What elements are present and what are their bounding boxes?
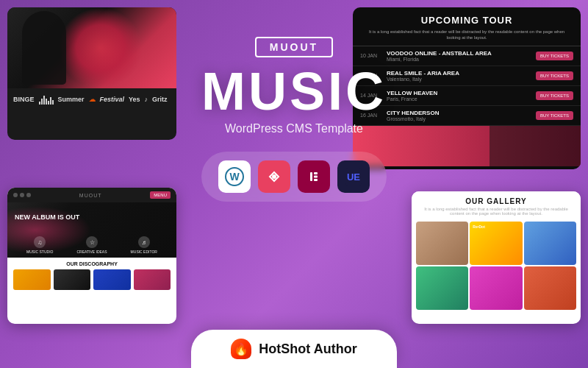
main-title: MUSIC — [201, 65, 387, 118]
gallery-cell-6 — [524, 266, 576, 310]
plugins-row: W UE — [201, 152, 387, 202]
wp-hero-text: NEW ALBUM IS OUT — [15, 213, 79, 221]
buy-tickets-btn-4[interactable]: BUY TICKETS — [536, 111, 573, 120]
tour-location: Miami, Florida — [387, 57, 536, 62]
star-icon: ☆ — [86, 236, 98, 248]
gallery-cell-4 — [416, 266, 468, 310]
gallery-title: OUR GALLERY — [419, 197, 573, 205]
tour-info: VOODOO ONLINE - ANSTBALL AREA Miami, Flo… — [381, 50, 536, 62]
tour-row: 14 JAN YELLOW HEAVEN Paris, France BUY T… — [353, 86, 581, 106]
wp-nav-btn[interactable]: MENU — [150, 191, 171, 199]
tour-venue: REAL SMILE - ARIA AREA — [387, 70, 536, 77]
gallery-grid — [412, 219, 581, 314]
ultimate-icon: UE — [337, 160, 370, 193]
tour-subtitle: It is a long established fact that a rea… — [353, 29, 581, 46]
center-content: MUOUT MUSIC WordPress CMS Template W — [201, 37, 387, 202]
gallery-cell-5 — [470, 266, 522, 310]
svg-rect-7 — [314, 176, 318, 178]
logo-waveform — [39, 94, 54, 105]
wp-icon-3: ♬ MUSIC EDITOR — [131, 236, 157, 254]
wp-hero: NEW ALBUM IS OUT ♫ MUSIC STUDIO ☆ CREATI… — [7, 202, 176, 258]
tour-venue: YELLOW HEAVEN — [387, 90, 536, 96]
buy-tickets-btn-1[interactable]: BUY TICKETS — [536, 52, 573, 60]
tour-row: 12 JAN REAL SMILE - ARIA AREA Valentano,… — [353, 66, 581, 86]
tour-location: Paris, France — [387, 96, 536, 102]
buy-tickets-btn-3[interactable]: BUY TICKETS — [536, 91, 573, 100]
gallery-cell-2 — [470, 222, 522, 265]
buy-tickets-btn-2[interactable]: BUY TICKETS — [536, 71, 573, 80]
wp-logo-text: MUOUT — [79, 193, 102, 198]
tour-info: REAL SMILE - ARIA AREA Valentano, Italy — [381, 70, 536, 82]
quix-icon — [258, 160, 290, 193]
author-bar: HotShot Author — [191, 330, 397, 368]
wordpress-icon: W — [218, 160, 251, 193]
thumb-3 — [93, 269, 131, 290]
figure-silhouette — [22, 11, 66, 85]
tour-info: YELLOW HEAVEN Paris, France — [381, 90, 536, 102]
discography-section: OUR DISCOGRAPHY — [7, 258, 176, 294]
wp-header: MUOUT MENU — [7, 188, 176, 202]
dot-3 — [26, 193, 31, 197]
brand-label: MUOUT — [255, 37, 333, 57]
wp-preview-panel: MUOUT MENU NEW ALBUM IS OUT ♫ MUSIC STUD… — [7, 188, 176, 324]
tour-title: UPCOMING TOUR — [353, 7, 581, 29]
tour-rows: 10 JAN VOODOO ONLINE - ANSTBALL AREA Mia… — [353, 46, 581, 126]
tour-venue: CITY HENDERSON — [387, 110, 536, 116]
logo-script: Gritz — [152, 96, 168, 103]
gallery-cell-1 — [416, 222, 468, 265]
wp-dots — [13, 193, 31, 197]
logo-festival: Festival — [100, 96, 125, 103]
icon-label-1: MUSIC STUDIO — [26, 250, 53, 254]
svg-rect-8 — [314, 179, 318, 181]
gallery-panel: OUR GALLERY It is a long established fac… — [412, 191, 581, 324]
thumb-1 — [13, 269, 51, 290]
wp-thumbnails — [13, 269, 171, 290]
music-icon: ♫ — [34, 236, 46, 248]
logo-soundcloud: ☁ — [89, 96, 96, 103]
dot-1 — [13, 193, 18, 197]
logos-row: BINGE Summer ☁ Festival Yes ♪ Gritz — [7, 88, 176, 110]
logo-binge: BINGE — [13, 96, 35, 103]
icon-label-3: MUSIC EDITOR — [131, 250, 157, 254]
svg-point-3 — [272, 174, 276, 179]
svg-text:UE: UE — [347, 171, 360, 183]
wp-icon-1: ♫ MUSIC STUDIO — [26, 236, 53, 254]
logo-music-note: ♪ — [145, 96, 148, 103]
wp-hero-icons: ♫ MUSIC STUDIO ☆ CREATIVE IDEAS ♬ MUSIC … — [7, 236, 176, 254]
tour-photo — [353, 126, 581, 166]
logo-yes: Yes — [129, 96, 140, 103]
tour-location: Valentano, Italy — [387, 77, 536, 82]
thumb-4 — [134, 269, 171, 290]
subtitle: WordPress CMS Template — [201, 122, 387, 135]
tour-row: 10 JAN VOODOO ONLINE - ANSTBALL AREA Mia… — [353, 46, 581, 66]
svg-rect-6 — [314, 172, 318, 174]
author-name: HotShot Author — [259, 342, 356, 357]
discography-title: OUR DISCOGRAPHY — [13, 261, 171, 266]
tour-info: CITY HENDERSON Grossmotto, Italy — [381, 110, 536, 121]
hero-photo — [7, 7, 176, 88]
upcoming-tour-panel: UPCOMING TOUR It is a long established f… — [353, 7, 581, 169]
flame-icon — [231, 339, 251, 359]
wp-icon-2: ☆ CREATIVE IDEAS — [77, 236, 107, 254]
tour-location: Grossmotto, Italy — [387, 116, 536, 121]
note-icon: ♬ — [138, 236, 150, 248]
logo-summer: Summer — [58, 96, 85, 103]
svg-text:W: W — [229, 171, 240, 183]
elementor-icon — [298, 160, 330, 193]
tour-venue: VOODOO ONLINE - ANSTBALL AREA — [387, 50, 536, 57]
thumb-2 — [54, 269, 91, 290]
gallery-header: OUR GALLERY It is a long established fac… — [412, 191, 581, 219]
dot-2 — [20, 193, 24, 197]
tour-row: 16 JAN CITY HENDERSON Grossmotto, Italy … — [353, 106, 581, 126]
icon-label-2: CREATIVE IDEAS — [77, 250, 107, 254]
svg-rect-5 — [310, 172, 312, 181]
gallery-subtitle: It is a long established fact that a rea… — [419, 207, 573, 216]
top-left-panel: BINGE Summer ☁ Festival Yes ♪ Gritz — [7, 7, 176, 140]
gallery-cell-3 — [524, 222, 576, 265]
